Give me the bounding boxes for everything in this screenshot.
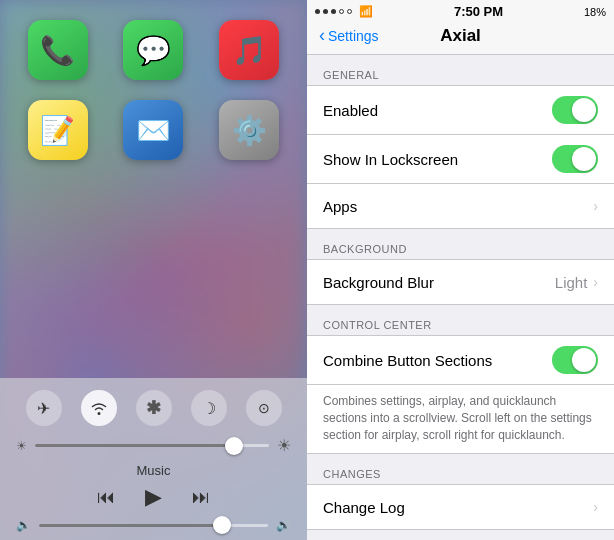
show-in-lockscreen-row[interactable]: Show In Lockscreen [307,135,614,184]
signal-dot-1 [315,9,320,14]
brightness-high-icon: ☀ [277,436,291,455]
app-icon-phone[interactable]: 📞 [28,20,88,80]
control-center-panel: ✈ ✱ ☽ ⊙ ☀ ☀ Music ⏮ ▶ ⏭ 🔈 [0,378,307,540]
background-blur-chevron-icon: › [593,274,598,290]
play-pause-button[interactable]: ▶ [145,484,162,510]
brightness-low-icon: ☀ [16,439,27,453]
apps-row[interactable]: Apps › [307,184,614,228]
cc-icons-row: ✈ ✱ ☽ ⊙ [16,390,291,426]
app-icon-messages[interactable]: 💬 [123,20,183,80]
section-header-general: GENERAL [307,55,614,85]
volume-row: 🔈 🔊 [16,518,291,532]
enabled-toggle[interactable] [552,96,598,124]
toggle-thumb-3 [572,348,596,372]
change-log-label: Change Log [323,499,593,516]
combine-button-sections-description: Combines settings, airplay, and quicklau… [307,385,614,453]
next-track-button[interactable]: ⏭ [192,487,210,508]
change-log-row[interactable]: Change Log › [307,485,614,529]
settings-group-control-center: Combine Button Sections Combines setting… [307,335,614,454]
toggle-thumb [572,98,596,122]
app-icon-settings[interactable]: ⚙️ [219,100,279,160]
change-log-chevron-icon: › [593,499,598,515]
section-header-control-center: CONTROL CENTER [307,305,614,335]
settings-group-changes: Change Log › [307,484,614,530]
signal-dot-3 [331,9,336,14]
app-icon-music[interactable]: 🎵 [219,20,279,80]
apps-label: Apps [323,198,593,215]
show-in-lockscreen-label: Show In Lockscreen [323,151,552,168]
airplane-mode-icon[interactable]: ✈ [26,390,62,426]
show-in-lockscreen-toggle[interactable] [552,145,598,173]
previous-track-button[interactable]: ⏮ [97,487,115,508]
enabled-label: Enabled [323,102,552,119]
settings-list: GENERAL Enabled Show In Lockscreen Apps … [307,55,614,540]
brightness-row: ☀ ☀ [16,436,291,455]
signal-dot-2 [323,9,328,14]
do-not-disturb-icon[interactable]: ☽ [191,390,227,426]
combine-button-sections-toggle[interactable] [552,346,598,374]
background-blur-row[interactable]: Background Blur Light › [307,260,614,304]
volume-low-icon: 🔈 [16,518,31,532]
bluetooth-icon[interactable]: ✱ [136,390,172,426]
background-blur-value: Light [555,274,588,291]
back-button[interactable]: ‹ Settings [319,25,379,46]
app-icon-notes[interactable]: 📝 [28,100,88,160]
settings-group-general: Enabled Show In Lockscreen Apps › [307,85,614,229]
wifi-toggle-icon[interactable] [81,390,117,426]
status-bar: 📶 7:50 PM 18% [307,0,614,21]
signal-dot-4 [339,9,344,14]
section-header-changes: CHANGES [307,454,614,484]
signal-dots: 📶 [315,5,373,18]
back-label[interactable]: Settings [328,28,379,44]
apps-chevron-icon: › [593,198,598,214]
toggle-thumb-2 [572,147,596,171]
settings-group-background: Background Blur Light › [307,259,614,305]
rotation-lock-icon[interactable]: ⊙ [246,390,282,426]
combine-button-sections-row[interactable]: Combine Button Sections [307,336,614,385]
right-panel: 📶 7:50 PM 18% ‹ Settings Axial GENERAL E… [307,0,614,540]
signal-dot-5 [347,9,352,14]
section-header-contact: CONTACT [307,530,614,540]
status-time: 7:50 PM [454,4,503,19]
combine-button-sections-label: Combine Button Sections [323,352,552,369]
app-grid: 📞 💬 🎵 📝 ✉️ ⚙️ [20,20,287,160]
chevron-left-icon: ‹ [319,25,325,46]
brightness-slider[interactable] [35,444,269,447]
app-icon-mail[interactable]: ✉️ [123,100,183,160]
left-panel: 📞 💬 🎵 📝 ✉️ ⚙️ ✈ ✱ ☽ ⊙ ☀ ☀ Music ⏮ [0,0,307,540]
wifi-status-icon: 📶 [359,5,373,18]
nav-header: ‹ Settings Axial [307,21,614,55]
volume-slider[interactable] [39,524,268,527]
page-title: Axial [440,26,481,46]
enabled-row[interactable]: Enabled [307,86,614,135]
volume-high-icon: 🔊 [276,518,291,532]
playback-controls: ⏮ ▶ ⏭ [16,484,291,510]
section-header-background: BACKGROUND [307,229,614,259]
battery-indicator: 18% [584,6,606,18]
background-blur-label: Background Blur [323,274,555,291]
now-playing-label: Music [16,463,291,478]
